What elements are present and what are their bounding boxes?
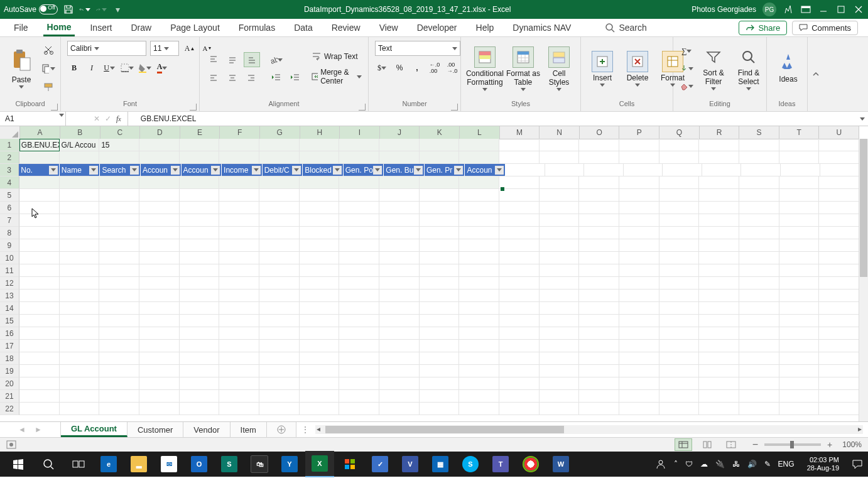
row-header[interactable]: 10 bbox=[0, 252, 19, 264]
cell[interactable] bbox=[379, 340, 420, 352]
cell[interactable] bbox=[420, 390, 460, 403]
column-header[interactable]: D bbox=[140, 126, 180, 139]
cell[interactable] bbox=[819, 377, 859, 390]
filter-dropdown-icon[interactable] bbox=[130, 166, 139, 175]
tray-language[interactable]: ENG bbox=[778, 460, 795, 469]
increase-indent-button[interactable] bbox=[288, 70, 303, 84]
cell[interactable] bbox=[699, 176, 739, 189]
cell[interactable] bbox=[739, 252, 779, 264]
sheet-tab-active[interactable]: GL Account bbox=[61, 422, 127, 437]
cell[interactable] bbox=[420, 151, 460, 164]
cell[interactable] bbox=[139, 151, 180, 164]
cell[interactable] bbox=[779, 365, 820, 377]
share-button[interactable]: Share bbox=[739, 21, 787, 35]
cell[interactable] bbox=[619, 327, 659, 340]
fill-button[interactable] bbox=[680, 62, 693, 75]
cell[interactable] bbox=[624, 164, 663, 176]
cell[interactable] bbox=[659, 302, 700, 315]
align-top-button[interactable] bbox=[206, 53, 221, 67]
cell[interactable] bbox=[339, 315, 379, 327]
cell[interactable] bbox=[19, 264, 60, 277]
hscroll-right[interactable]: ▸ bbox=[858, 425, 862, 433]
row-header[interactable]: 4 bbox=[0, 176, 19, 189]
cell[interactable] bbox=[99, 277, 139, 290]
cell[interactable] bbox=[19, 277, 60, 290]
cell[interactable] bbox=[499, 277, 540, 290]
tray-network-icon[interactable]: 🖧 bbox=[732, 460, 740, 469]
row-header[interactable]: 11 bbox=[0, 264, 19, 277]
cell[interactable] bbox=[420, 252, 460, 264]
cell[interactable] bbox=[779, 151, 820, 164]
cell[interactable] bbox=[180, 340, 220, 352]
cell[interactable] bbox=[659, 176, 700, 189]
cell[interactable] bbox=[584, 164, 624, 176]
cell[interactable] bbox=[259, 390, 300, 403]
cell[interactable] bbox=[739, 290, 779, 302]
cell[interactable] bbox=[819, 365, 859, 377]
cell[interactable] bbox=[60, 365, 100, 377]
cell[interactable] bbox=[739, 352, 779, 365]
cell[interactable] bbox=[300, 139, 340, 151]
row-header[interactable]: 6 bbox=[0, 202, 19, 214]
cell[interactable] bbox=[619, 202, 659, 214]
cell[interactable] bbox=[699, 139, 739, 151]
cell[interactable] bbox=[819, 315, 859, 327]
column-header[interactable]: K bbox=[420, 126, 460, 139]
cell[interactable] bbox=[180, 239, 220, 252]
cell[interactable] bbox=[139, 264, 180, 277]
cell[interactable] bbox=[300, 302, 340, 315]
align-left-button[interactable] bbox=[206, 71, 221, 85]
cell[interactable] bbox=[819, 252, 859, 264]
cell[interactable] bbox=[499, 189, 540, 202]
cell[interactable] bbox=[99, 390, 139, 403]
filter-dropdown-icon[interactable] bbox=[89, 166, 98, 175]
tray-onedrive-icon[interactable]: ☁ bbox=[700, 460, 708, 469]
zoom-out-button[interactable]: − bbox=[752, 439, 758, 450]
cell[interactable] bbox=[339, 352, 379, 365]
cell[interactable] bbox=[699, 403, 739, 415]
cell-styles-button[interactable]: Cell Styles bbox=[544, 46, 574, 91]
cell[interactable] bbox=[659, 290, 700, 302]
filter-dropdown-icon[interactable] bbox=[211, 166, 220, 175]
cell[interactable] bbox=[259, 202, 300, 214]
table-header-cell[interactable]: Search bbox=[100, 164, 141, 176]
cell[interactable] bbox=[459, 340, 499, 352]
horizontal-scrollbar[interactable]: ◂ ▸ bbox=[315, 425, 863, 434]
increase-font-button[interactable]: A▲ bbox=[183, 41, 197, 55]
cell[interactable] bbox=[459, 403, 499, 415]
cell[interactable] bbox=[540, 352, 580, 365]
cell[interactable] bbox=[699, 352, 739, 365]
cell[interactable] bbox=[300, 365, 340, 377]
cell[interactable] bbox=[459, 290, 499, 302]
cell[interactable] bbox=[619, 352, 659, 365]
cell[interactable] bbox=[60, 239, 100, 252]
row-header[interactable]: 12 bbox=[0, 277, 19, 290]
cell[interactable] bbox=[420, 202, 460, 214]
cell[interactable] bbox=[739, 365, 779, 377]
taskbar-skype[interactable]: S bbox=[456, 452, 485, 477]
sheet-tab[interactable]: Vendor bbox=[183, 422, 230, 437]
cell[interactable] bbox=[540, 403, 580, 415]
cell[interactable] bbox=[379, 189, 420, 202]
cell[interactable] bbox=[499, 290, 540, 302]
cell[interactable] bbox=[459, 239, 499, 252]
cell[interactable] bbox=[540, 327, 580, 340]
filter-dropdown-icon[interactable] bbox=[252, 166, 261, 175]
cell[interactable] bbox=[699, 214, 739, 227]
cell[interactable] bbox=[180, 151, 220, 164]
cell[interactable] bbox=[219, 176, 259, 189]
cell[interactable] bbox=[499, 377, 540, 390]
cell[interactable] bbox=[180, 290, 220, 302]
cell[interactable] bbox=[339, 176, 379, 189]
cell[interactable] bbox=[579, 327, 619, 340]
cell[interactable] bbox=[99, 377, 139, 390]
cell[interactable] bbox=[99, 365, 139, 377]
sheet-nav-prev[interactable]: ◄ bbox=[18, 425, 26, 434]
cell[interactable] bbox=[219, 403, 259, 415]
column-header[interactable]: R bbox=[700, 126, 740, 139]
cell[interactable] bbox=[779, 189, 820, 202]
cell[interactable] bbox=[459, 264, 499, 277]
cell[interactable] bbox=[99, 239, 139, 252]
cell[interactable] bbox=[219, 315, 259, 327]
cell[interactable] bbox=[779, 403, 820, 415]
